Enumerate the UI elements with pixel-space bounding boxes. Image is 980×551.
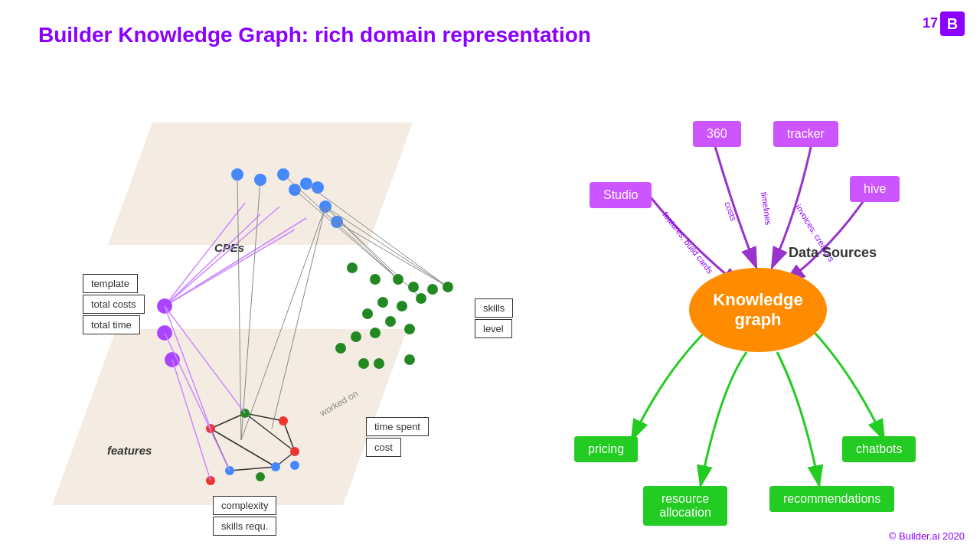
builder-logo: B: [940, 11, 965, 36]
svg-point-33: [362, 308, 373, 319]
edge-label-costs: costs: [723, 201, 738, 222]
slide-number: 17: [923, 15, 938, 31]
box-recommendations: recommendations: [769, 486, 894, 512]
features-label: features: [107, 444, 152, 457]
svg-point-24: [347, 262, 358, 273]
svg-point-25: [370, 274, 381, 285]
box-chatbots: chatbots: [842, 436, 916, 462]
box-total-time: total time: [83, 315, 140, 334]
box-level: level: [475, 319, 512, 338]
box-tracker: tracker: [773, 121, 838, 147]
kg-text: Knowledgegraph: [713, 290, 802, 331]
cpes-label: CPEs: [214, 241, 244, 254]
box-cost: cost: [366, 438, 401, 457]
right-diagram: costs features, build cards timelines in…: [551, 61, 965, 536]
knowledge-graph-oval: Knowledgegraph: [689, 268, 827, 352]
svg-point-26: [393, 274, 403, 285]
box-time-spent: time spent: [366, 417, 429, 436]
box-total-costs: total costs: [83, 295, 145, 314]
box-studio: Studio: [590, 182, 652, 208]
box-complexity: complexity: [213, 496, 276, 515]
edge-label-features: features, build cards: [661, 210, 714, 275]
left-diagram: CPEs features template total costs total…: [23, 61, 544, 536]
page-title: Builder Knowledge Graph: rich domain rep…: [38, 23, 591, 47]
cpes-parallelogram: [108, 122, 413, 245]
box-skills-requ: skills requ.: [213, 517, 276, 536]
svg-point-32: [377, 297, 388, 308]
box-resource-allocation: resourceallocation: [643, 486, 727, 526]
box-template: template: [83, 274, 138, 293]
svg-point-31: [397, 301, 407, 311]
data-sources-label: Data Sources: [789, 245, 877, 261]
svg-point-41: [404, 354, 415, 365]
box-360: 360: [693, 121, 741, 147]
box-hive: hive: [850, 176, 900, 202]
svg-point-28: [427, 284, 438, 295]
svg-point-42: [157, 298, 172, 314]
box-skills: skills: [475, 298, 513, 318]
features-parallelogram: [52, 329, 407, 505]
copyright: © Builder.ai 2020: [889, 530, 965, 542]
svg-point-34: [385, 316, 396, 327]
box-pricing: pricing: [574, 436, 638, 462]
svg-point-30: [416, 293, 426, 304]
edge-label-timelines: timelines: [760, 191, 773, 226]
svg-point-29: [443, 282, 453, 292]
svg-point-27: [408, 282, 419, 292]
